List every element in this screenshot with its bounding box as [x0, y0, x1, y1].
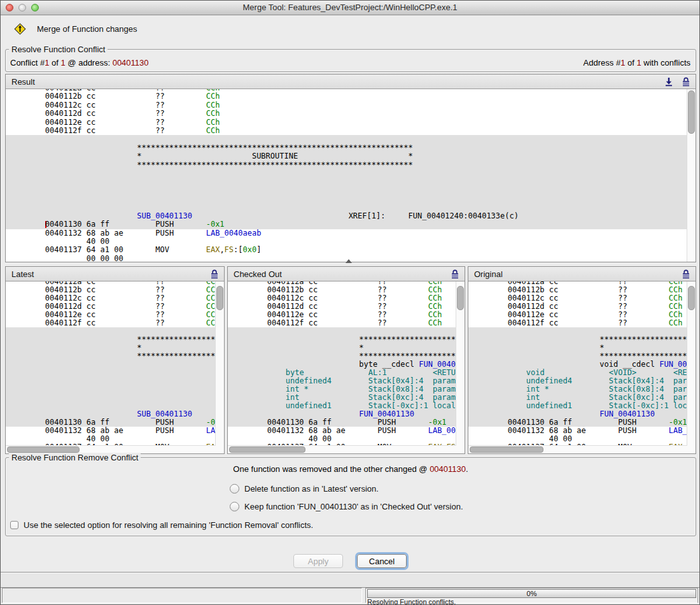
use-for-all-checkbox-label: Use the selected option for resolving al…: [24, 520, 313, 530]
radio-keep-function-label: Keep function 'FUN_00401130' as in 'Chec…: [244, 502, 463, 511]
disassembly-listing-result[interactable]: 0040112a cc ?? CCh 0040112b cc ?? CCh 00…: [6, 89, 687, 262]
listing-line: 0040112f cc ?? CCh: [228, 319, 456, 327]
original-horizontal-scrollbar[interactable]: [468, 445, 687, 453]
listing-line: ****************************************…: [6, 161, 687, 169]
radio-keep-function[interactable]: [230, 502, 239, 511]
latest-panel-title: Latest: [11, 269, 34, 279]
latest-panel: Latest 0040112a cc ?? CCh 004: [5, 266, 225, 454]
window-title: Merge Tool: Features_DevTestProject:/Win…: [1, 1, 699, 15]
listing-line: 0040112d cc ?? CCh: [6, 110, 687, 118]
use-for-all-checkbox[interactable]: [10, 521, 18, 529]
listing-line: [6, 360, 216, 369]
original-panel-title: Original: [474, 269, 503, 279]
listing-line: 0040112f cc ?? CCh: [468, 319, 687, 327]
listing-line: 00401132 68 ab ae PUSH LAB_0040aeab: [6, 229, 687, 238]
result-panel-title: Result: [11, 77, 35, 87]
listing-line: [6, 385, 216, 394]
progress-bar: 0%: [367, 589, 696, 598]
merge-tool-window: Merge Tool: Features_DevTestProject:/Win…: [0, 0, 700, 605]
conflict-message: One function was removed and the other c…: [6, 464, 696, 474]
splitter-handle[interactable]: [346, 259, 352, 263]
scrollbar-thumb[interactable]: [216, 286, 223, 310]
listing-line: 0040112f cc ?? CCh: [6, 319, 216, 327]
listing-line: [6, 178, 687, 186]
latest-vertical-scrollbar[interactable]: [215, 281, 224, 446]
scrollbar-thumb[interactable]: [457, 286, 464, 310]
latest-panel-header: Latest: [6, 267, 224, 281]
lock-icon[interactable]: [211, 269, 218, 279]
merge-phase-label: Merge of Function changes: [37, 24, 137, 34]
scrollbar-thumb[interactable]: [7, 446, 80, 453]
cancel-button[interactable]: Cancel: [357, 554, 407, 568]
status-cell-empty: [2, 588, 362, 603]
listing-line: 00401130 6a ff PUSH -0x1: [6, 220, 687, 229]
listing-line: 00401137 64 a1 00 MOV EAX,FS:[0x0]: [6, 246, 687, 254]
listing-line: [6, 377, 216, 385]
group-title: Resolve Function Remove Conflict: [9, 453, 141, 462]
resolve-function-conflict-group: Resolve Function Conflict Conflict #1 of…: [5, 49, 696, 72]
checked-out-panel: Checked Out 0040112a cc ?? CCh: [227, 266, 465, 454]
listing-line: [6, 369, 216, 377]
listing-line: [6, 203, 687, 211]
result-vertical-scrollbar[interactable]: [687, 89, 696, 262]
titlebar: Merge Tool: Features_DevTestProject:/Win…: [1, 1, 699, 15]
listing-line: [6, 394, 216, 402]
address-counter: Address #1 of 1 with conflicts: [584, 58, 690, 68]
original-vertical-scrollbar[interactable]: [687, 281, 696, 446]
listing-line: [6, 187, 687, 195]
disassembly-listing-checked-out[interactable]: 0040112a cc ?? CCh 0040112b cc ?? CCh 00…: [228, 281, 456, 446]
checked-out-panel-header: Checked Out: [228, 267, 465, 281]
original-panel: Original 0040112a cc ?? CCh 0: [468, 266, 696, 454]
result-panel-header: Result: [6, 75, 696, 89]
radio-delete-function-label: Delete function as in 'Latest' version.: [244, 484, 379, 494]
scrollbar-thumb[interactable]: [688, 90, 695, 134]
disassembly-listing-latest[interactable]: 0040112a cc ?? CCh 0040112b cc ?? CCh 00…: [6, 281, 216, 446]
zoom-button[interactable]: [31, 4, 39, 11]
listing-line: 0040112e cc ?? CCh: [6, 118, 687, 127]
checked-out-panel-title: Checked Out: [234, 269, 282, 279]
minimize-button[interactable]: [18, 4, 26, 11]
listing-line: ****************************************…: [6, 144, 687, 152]
listing-line: [6, 195, 687, 203]
listing-line: ****************************************…: [6, 352, 216, 360]
lock-icon[interactable]: [682, 269, 690, 279]
listing-line: 0040112c cc ?? CCh: [6, 101, 687, 110]
group-title: Resolve Function Conflict: [9, 45, 108, 54]
status-bar: 0% Resolving Function conflicts.: [1, 587, 699, 604]
listing-line: [6, 135, 687, 143]
resolve-function-remove-conflict-group: Resolve Function Remove Conflict One fun…: [5, 457, 696, 536]
listing-line: * SUBROUTINE *: [6, 152, 687, 160]
scrollbar-thumb[interactable]: [688, 286, 695, 310]
bottom-strip: [1, 572, 699, 588]
listing-line: SUB_00401130 XREF[1]: FUN_00401240:00401…: [6, 212, 687, 220]
disassembly-listing-original[interactable]: 0040112a cc ?? CCh 0040112b cc ?? CCh 00…: [468, 281, 687, 446]
checked-out-vertical-scrollbar[interactable]: [456, 281, 465, 446]
scrollbar-thumb[interactable]: [470, 446, 543, 453]
listing-line: 0040112b cc ?? CCh: [6, 92, 687, 101]
conflict-counter: Conflict #1 of 1 @ address: 00401130: [10, 58, 149, 68]
original-panel-header: Original: [468, 267, 696, 281]
lock-icon[interactable]: [682, 77, 690, 87]
checked-out-horizontal-scrollbar[interactable]: [228, 445, 456, 453]
down-arrow-icon[interactable]: [664, 77, 673, 87]
result-panel: Result 0040112a c: [5, 74, 696, 262]
lock-icon[interactable]: [451, 269, 459, 279]
listing-line: 0040112f cc ?? CCh: [6, 127, 687, 135]
status-cell-progress: 0% Resolving Function conflicts.: [365, 588, 698, 603]
radio-delete-function[interactable]: [230, 484, 239, 494]
scrollbar-thumb[interactable]: [229, 446, 305, 453]
listing-line: [6, 169, 687, 178]
merge-diamond-icon: [14, 23, 26, 35]
listing-line: 40 00: [6, 238, 687, 246]
close-button[interactable]: [6, 4, 13, 11]
status-message: Resolving Function conflicts.: [367, 599, 696, 605]
apply-button[interactable]: Apply: [293, 554, 343, 568]
